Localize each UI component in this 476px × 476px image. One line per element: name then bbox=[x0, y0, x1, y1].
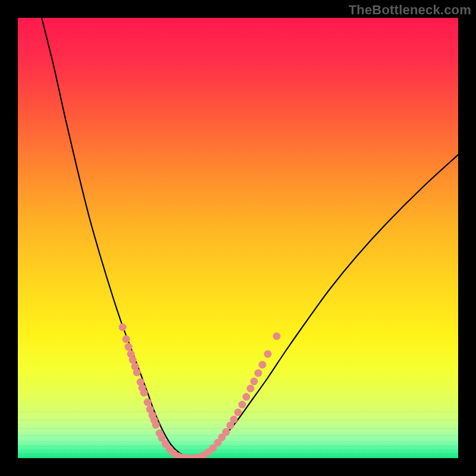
marker-dot bbox=[273, 333, 281, 340]
marker-dot bbox=[140, 389, 148, 397]
plot-svg bbox=[18, 18, 458, 458]
gradient-background bbox=[18, 18, 458, 458]
marker-dot bbox=[264, 350, 272, 358]
marker-dot bbox=[230, 416, 238, 424]
marker-dot bbox=[243, 393, 250, 401]
marker-dot bbox=[255, 369, 262, 377]
marker-dot bbox=[259, 361, 267, 369]
marker-dot bbox=[239, 401, 246, 409]
marker-dot bbox=[223, 428, 230, 436]
marker-dot bbox=[125, 343, 133, 351]
chart-frame: TheBottleneck.com bbox=[0, 0, 476, 476]
marker-dot bbox=[144, 399, 152, 406]
marker-dot bbox=[250, 378, 258, 386]
marker-dot bbox=[133, 369, 141, 377]
marker-dot bbox=[247, 385, 255, 393]
marker-dot bbox=[152, 421, 160, 429]
plot-area bbox=[18, 18, 458, 458]
marker-dot bbox=[123, 336, 130, 343]
marker-dot bbox=[234, 409, 242, 416]
watermark-text: TheBottleneck.com bbox=[349, 2, 471, 18]
marker-dot bbox=[119, 324, 127, 331]
